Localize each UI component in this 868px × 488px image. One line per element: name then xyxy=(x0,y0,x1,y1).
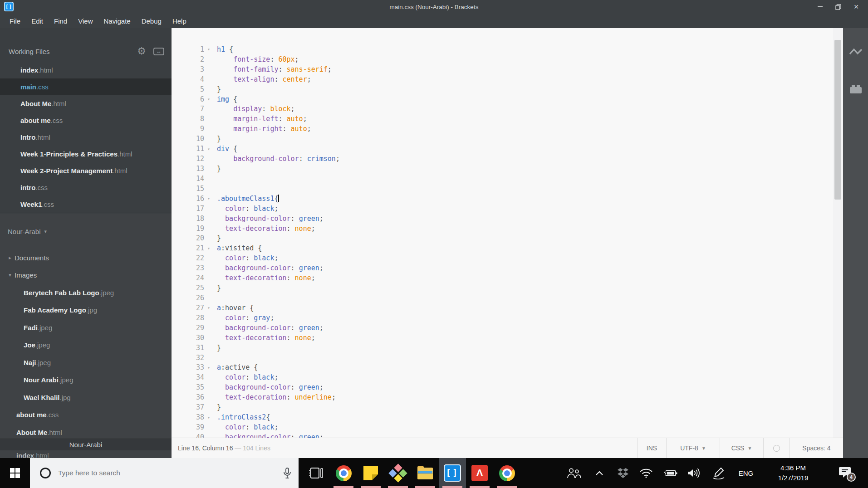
code-line-34[interactable]: 34 color: black; xyxy=(172,372,833,382)
indent-setting[interactable]: Spaces: 4 xyxy=(790,438,843,458)
tray-people[interactable] xyxy=(560,458,587,488)
line-number[interactable]: 24 xyxy=(172,274,204,282)
code-line-12[interactable]: 12 background-color: crimson; xyxy=(172,154,833,164)
line-number[interactable]: 38 xyxy=(172,413,204,421)
scrollbar-thumb[interactable] xyxy=(834,40,841,200)
code-line-23[interactable]: 23 background-color: green; xyxy=(172,263,833,273)
code-editor[interactable]: 1▾h1 {2 font-size: 60px;3 font-family: s… xyxy=(172,28,833,438)
code-line-13[interactable]: 13} xyxy=(172,164,833,174)
line-number[interactable]: 37 xyxy=(172,403,204,411)
tree-file-berytech-fab-lab-logo-jpeg[interactable]: Berytech Fab Lab Logo.jpeg xyxy=(0,284,172,302)
code-line-40[interactable]: 40 background-color: green; xyxy=(172,432,833,438)
fold-arrow-icon[interactable]: ▾ xyxy=(204,196,213,201)
line-number[interactable]: 22 xyxy=(172,254,204,262)
live-preview-button[interactable] xyxy=(843,41,868,64)
code-line-19[interactable]: 19 text-decoration: none; xyxy=(172,224,833,234)
tree-file-wael-khalil-jpg[interactable]: Wael Khalil.jpg xyxy=(0,389,172,406)
extension-manager-button[interactable] xyxy=(843,77,868,101)
line-number[interactable]: 34 xyxy=(172,373,204,381)
language-indicator[interactable]: ENG xyxy=(733,469,759,477)
line-number[interactable]: 36 xyxy=(172,393,204,401)
code-line-18[interactable]: 18 background-color: green; xyxy=(172,214,833,224)
line-number[interactable]: 28 xyxy=(172,314,204,322)
clock[interactable]: 4:36 PM 1/27/2019 xyxy=(759,463,827,483)
working-file-week-2-project-management-html[interactable]: Week 2-Project Management.html xyxy=(0,162,172,179)
fold-arrow-icon[interactable]: ▾ xyxy=(204,305,213,310)
split-view-icon[interactable]: ↔ xyxy=(153,48,164,55)
line-number[interactable]: 16 xyxy=(172,195,204,203)
insert-mode-toggle[interactable]: INS xyxy=(637,438,666,458)
code-line-20[interactable]: 20} xyxy=(172,234,833,244)
line-number[interactable]: 1 xyxy=(172,45,204,54)
code-line-22[interactable]: 22 color: black; xyxy=(172,253,833,263)
fold-arrow-icon[interactable]: ▾ xyxy=(204,415,213,420)
code-line-35[interactable]: 35 background-color: green; xyxy=(172,382,833,392)
tray-dropbox[interactable] xyxy=(612,458,634,488)
fold-arrow-icon[interactable]: ▾ xyxy=(204,97,213,102)
tree-folder-documents[interactable]: ▸Documents xyxy=(0,249,172,267)
language-selector[interactable]: CSS▼ xyxy=(720,438,763,458)
lint-status[interactable] xyxy=(763,438,790,458)
line-number[interactable]: 40 xyxy=(172,433,204,438)
line-number[interactable]: 32 xyxy=(172,354,204,362)
tree-file-naji-jpeg[interactable]: Naji.jpeg xyxy=(0,354,172,371)
code-line-24[interactable]: 24 text-decoration: none; xyxy=(172,273,833,283)
code-line-31[interactable]: 31} xyxy=(172,343,833,353)
fold-arrow-icon[interactable]: ▾ xyxy=(204,47,213,52)
taskbar-search[interactable] xyxy=(30,458,299,488)
line-number[interactable]: 10 xyxy=(172,135,204,143)
tree-file-about-me-css[interactable]: about me.css xyxy=(0,406,172,424)
line-number[interactable]: 21 xyxy=(172,244,204,252)
code-line-9[interactable]: 9 margin-right: auto; xyxy=(172,124,833,134)
menu-edit[interactable]: Edit xyxy=(26,14,49,28)
code-line-27[interactable]: 27▾a:hover { xyxy=(172,303,833,313)
tray-pen[interactable] xyxy=(705,458,733,488)
code-line-14[interactable]: 14 xyxy=(172,174,833,184)
line-number[interactable]: 6 xyxy=(172,95,204,103)
code-line-16[interactable]: 16▾.aboutmeClass1{ xyxy=(172,194,833,204)
menu-find[interactable]: Find xyxy=(49,14,73,28)
line-number[interactable]: 14 xyxy=(172,175,204,183)
menu-debug[interactable]: Debug xyxy=(136,14,167,28)
line-number[interactable]: 11 xyxy=(172,145,204,153)
code-line-30[interactable]: 30 text-decoration: none; xyxy=(172,333,833,343)
line-number[interactable]: 29 xyxy=(172,324,204,332)
code-line-8[interactable]: 8 margin-left: auto; xyxy=(172,114,833,124)
code-line-11[interactable]: 11▾div { xyxy=(172,144,833,154)
code-line-21[interactable]: 21▾a:visited { xyxy=(172,243,833,253)
taskbar-app-acrobat-reader[interactable]: Λ xyxy=(466,458,493,488)
project-bottom-bar[interactable]: Nour-Arabi xyxy=(0,439,172,450)
editor-scrollbar[interactable] xyxy=(833,28,843,438)
menu-navigate[interactable]: Navigate xyxy=(98,14,136,28)
line-number[interactable]: 18 xyxy=(172,215,204,223)
line-number[interactable]: 3 xyxy=(172,65,204,73)
code-line-36[interactable]: 36 text-decoration: underline; xyxy=(172,392,833,402)
working-file-week1-css[interactable]: Week1.css xyxy=(0,196,172,213)
code-line-4[interactable]: 4 text-align: center; xyxy=(172,74,833,84)
taskbar-app-file-explorer[interactable] xyxy=(412,458,439,488)
line-number[interactable]: 27 xyxy=(172,304,204,312)
code-line-25[interactable]: 25} xyxy=(172,283,833,293)
line-number[interactable]: 8 xyxy=(172,115,204,123)
fold-arrow-icon[interactable]: ▾ xyxy=(204,246,213,251)
code-line-6[interactable]: 6▾img { xyxy=(172,94,833,104)
code-line-33[interactable]: 33▾a:active { xyxy=(172,363,833,373)
tree-file-fadi-jpeg[interactable]: Fadi.jpeg xyxy=(0,319,172,337)
line-number[interactable]: 39 xyxy=(172,423,204,431)
working-file-week-1-principles-practices-html[interactable]: Week 1-Principles & Practices.html xyxy=(0,146,172,162)
menu-help[interactable]: Help xyxy=(167,14,192,28)
close-button[interactable]: ✕ xyxy=(847,0,865,14)
code-line-5[interactable]: 5} xyxy=(172,84,833,94)
code-line-37[interactable]: 37} xyxy=(172,402,833,412)
line-number[interactable]: 5 xyxy=(172,85,204,93)
restore-button[interactable] xyxy=(829,0,847,14)
cortana-icon[interactable] xyxy=(40,468,51,478)
line-number[interactable]: 9 xyxy=(172,125,204,133)
code-line-38[interactable]: 38▾.introClass2{ xyxy=(172,412,833,422)
line-number[interactable]: 7 xyxy=(172,105,204,113)
tray-battery[interactable] xyxy=(658,458,682,488)
line-number[interactable]: 33 xyxy=(172,363,204,371)
line-number[interactable]: 15 xyxy=(172,185,204,193)
project-dropdown[interactable]: Nour-Arabi ▾ xyxy=(0,214,172,240)
encoding-selector[interactable]: UTF-8▼ xyxy=(666,438,720,458)
